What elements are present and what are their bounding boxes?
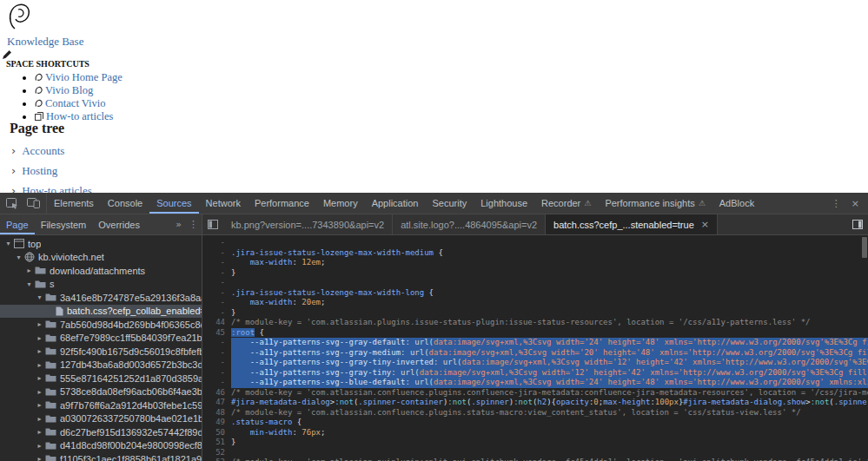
more-panels-icon[interactable]: »	[172, 214, 185, 234]
chevron-right-icon[interactable]: ▸	[35, 334, 44, 342]
code-text[interactable]: .jira-issue-status-lozenge-max-width-med…	[231, 248, 868, 259]
kebab-menu-icon[interactable]: ⋮	[832, 198, 841, 209]
tab-recorder[interactable]: Recorder⚠	[534, 193, 598, 214]
code-text[interactable]: }	[231, 308, 868, 319]
code-text[interactable]: --a11y-patterns-svg--gray-tiny: url(data…	[231, 368, 868, 379]
line-number[interactable]: 48	[202, 408, 231, 418]
chevron-right-icon[interactable]: ›	[11, 144, 16, 157]
editor-scrollbar[interactable]	[860, 235, 868, 461]
code-text[interactable]: /* module-key = 'com.atlassian.auiplugin…	[231, 458, 868, 461]
chevron-right-icon[interactable]: ▸	[35, 455, 44, 461]
chevron-down-icon[interactable]: ▾	[14, 254, 23, 261]
code-text[interactable]: --a11y-patterns-svg--gray-tiny-inverted:…	[231, 358, 868, 368]
navigator-item[interactable]: ▸7ab560d98d4bd269bb4f06365c8c1c...	[0, 318, 202, 332]
code-text[interactable]	[231, 448, 868, 458]
tab-security[interactable]: Security	[425, 193, 474, 214]
line-number[interactable]: 44	[202, 318, 231, 328]
tab-console[interactable]: Console	[101, 193, 149, 214]
line-number[interactable]: -	[202, 258, 231, 268]
page-tree-link[interactable]: Accounts	[22, 144, 64, 158]
navigator-tab-overrides[interactable]: Overrides	[92, 214, 146, 234]
chevron-down-icon[interactable]: ▾	[3, 240, 13, 247]
navigator-item[interactable]: ▾top	[0, 237, 202, 251]
line-number[interactable]: 46	[202, 388, 231, 398]
line-number[interactable]: 53	[202, 458, 231, 461]
code-text[interactable]: /* module-key = 'com.atlassian.plugins.i…	[231, 318, 868, 328]
code-text[interactable]: max-width: 20em;	[231, 298, 868, 308]
navigator-item[interactable]: ▾3a416e8b724787e5a29136f3a8aa74...	[0, 291, 202, 305]
chevron-right-icon[interactable]: ▸	[35, 320, 44, 328]
line-number[interactable]: -	[202, 348, 231, 359]
code-text[interactable]: }	[231, 268, 868, 279]
navigator-item[interactable]: ▸a0300726337250780b4ae021e1b0b...	[0, 412, 202, 426]
chevron-right-icon[interactable]: ▸	[35, 428, 44, 436]
line-number[interactable]: 45	[202, 328, 231, 339]
file-tab-kb-png-versi[interactable]: kb.png?version=....7343890&api=v2	[223, 214, 393, 234]
navigator-item[interactable]: batch.css?cefp_collab_enabled=tr...	[0, 305, 202, 319]
navigator-item[interactable]: ▸68ef7e7989cc1ff5b84039f7ea21bcea...	[0, 332, 202, 346]
code-text[interactable]: min-width: 76px;	[231, 428, 868, 438]
chevron-right-icon[interactable]: ▸	[35, 361, 44, 369]
navigator-item[interactable]: ▸download/attachments	[0, 264, 202, 278]
shortcut-link-vivio-home-page[interactable]: Vivio Home Page	[45, 71, 123, 83]
page-tree-item-how-to-articles[interactable]: ›How-to articles	[0, 181, 226, 193]
chevron-right-icon[interactable]: ▸	[35, 388, 44, 396]
code-text[interactable]: .status-macro {	[231, 418, 868, 428]
tab-performance-insights[interactable]: Performance insights⚠	[598, 193, 712, 214]
tab-network[interactable]: Network	[199, 193, 248, 214]
hide-navigator-icon[interactable]	[202, 214, 223, 234]
line-number[interactable]: 47	[202, 398, 231, 408]
editor-options-icon[interactable]	[847, 214, 868, 234]
file-tab-atl-site-log[interactable]: atl.site.logo?....4864095&api=v2	[393, 214, 546, 234]
page-tree-link[interactable]: Hosting	[22, 164, 57, 178]
code-text[interactable]	[231, 238, 868, 248]
navigator-item[interactable]: ▾kb.viviotech.net	[0, 251, 202, 265]
line-number[interactable]: -	[202, 238, 231, 248]
navigator-item[interactable]: ▾s	[0, 278, 202, 292]
line-number[interactable]: -	[202, 298, 231, 308]
page-tree-link[interactable]: How-to articles	[22, 184, 92, 194]
space-title-link[interactable]: Knowledge Base	[7, 35, 83, 49]
chevron-right-icon[interactable]: ▸	[24, 267, 34, 274]
line-number[interactable]: 50	[202, 428, 231, 438]
code-text[interactable]: --a11y-patterns-svg--gray-medium: url(da…	[231, 348, 868, 359]
code-text[interactable]: .jira-issue-status-lozenge-max-width-lon…	[231, 288, 868, 299]
chevron-right-icon[interactable]: ▸	[35, 347, 44, 355]
space-logo-icon[interactable]	[8, 2, 30, 35]
line-number[interactable]: -	[202, 248, 231, 259]
code-text[interactable]: #jira-metadata-dialog>:not(.spinner-cont…	[231, 398, 868, 408]
tab-memory[interactable]: Memory	[316, 193, 365, 214]
navigator-item[interactable]: ▸d41d8cd98f00b204e9800998ecf842...	[0, 439, 202, 453]
close-devtools-icon[interactable]: ×	[851, 198, 859, 209]
code-text[interactable]: --a11y-patterns-svg--gray-default: url(d…	[231, 338, 868, 348]
navigator-tab-page[interactable]: Page	[0, 214, 35, 234]
navigator-item[interactable]: ▸127db43ba6a8d003d6572b3bc3da...	[0, 359, 202, 372]
navigator-item[interactable]: ▸a9f7b76ff6a2a912d4b03febe1c5951...	[0, 398, 202, 412]
code-text[interactable]	[231, 278, 868, 288]
tab-performance[interactable]: Performance	[248, 193, 316, 214]
navigator-item[interactable]: ▸d6c27bef915d136932e57442f89dec5...	[0, 425, 202, 439]
tab-application[interactable]: Application	[365, 193, 426, 214]
line-number[interactable]: -	[202, 288, 231, 299]
page-tree-item-hosting[interactable]: ›Hosting	[0, 161, 226, 181]
tab-elements[interactable]: Elements	[47, 193, 101, 214]
code-text[interactable]: /* module-key = 'com.atlassian.confluenc…	[231, 388, 868, 398]
code-text[interactable]: :root {	[231, 328, 868, 339]
line-number[interactable]: 52	[202, 448, 231, 458]
chevron-right-icon[interactable]: ▸	[35, 415, 44, 423]
line-number[interactable]: -	[202, 308, 231, 319]
navigator-item[interactable]: ▸92f5fc490b1675d9c56019c8fbfefb6a...	[0, 345, 202, 359]
scrollbar-thumb[interactable]	[862, 237, 867, 258]
chevron-right-icon[interactable]: ▸	[35, 401, 44, 409]
line-number[interactable]: 49	[202, 418, 231, 428]
navigator-item[interactable]: ▸f1105f3c1aec1f8858b61af1821a9c9e...	[0, 452, 202, 461]
file-tab-batch-css-ce[interactable]: batch.css?cefp_...stenabled=true×	[546, 214, 718, 234]
navigator-item[interactable]: ▸555e87164251252d1a870d3859a528...	[0, 372, 202, 385]
line-number[interactable]: -	[202, 268, 231, 279]
code-text[interactable]: --a11y-patterns-svg--blue-default: url(d…	[231, 378, 868, 388]
code-text[interactable]: max-width: 12em;	[231, 258, 868, 268]
navigator-tab-filesystem[interactable]: Filesystem	[35, 214, 93, 234]
chevron-down-icon[interactable]: ▾	[35, 293, 44, 301]
navigator-menu-icon[interactable]: ⋮	[185, 214, 202, 234]
line-number[interactable]: -	[202, 278, 231, 288]
